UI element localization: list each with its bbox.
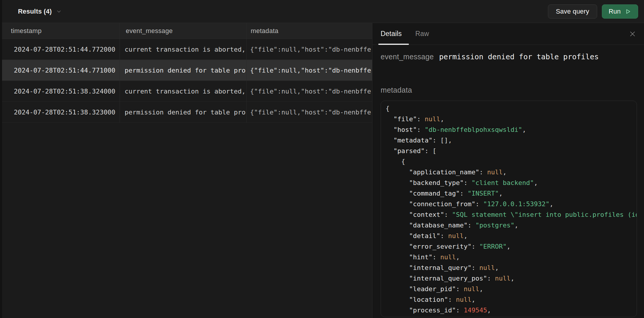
json-line: "application_name": null, xyxy=(386,167,632,178)
column-header-timestamp: timestamp xyxy=(2,23,120,39)
run-button[interactable]: Run xyxy=(602,4,638,19)
table-row[interactable]: 2024-07-28T02:51:44.772000 current trans… xyxy=(2,39,372,60)
timestamp-cell: 2024-07-28T02:51:38.324000 xyxy=(2,81,120,101)
metadata-label: metadata xyxy=(381,86,637,95)
metadata-cell: {"file":null,"host":"db-nenbffe xyxy=(247,60,372,81)
results-count-label: Results (4) xyxy=(18,8,52,15)
topbar: Results (4) Save query Run xyxy=(2,0,644,23)
json-line: "file": null, xyxy=(386,114,632,124)
json-line: "leader_pid": null, xyxy=(386,284,632,294)
json-line: { xyxy=(386,156,632,167)
metadata-json-content: { "file": null, "host": "db-nenbffeblpoh… xyxy=(381,101,637,317)
event-message-cell: permission denied for table pro xyxy=(120,102,247,122)
close-panel-button[interactable] xyxy=(628,29,638,39)
column-header-metadata: metadata xyxy=(247,23,372,39)
json-line: "query": "INSERT INTO \"users\" (\"aud\"… xyxy=(386,316,632,317)
metadata-cell: {"file":null,"host":"db-nenbffe xyxy=(247,39,372,60)
json-line: "context": "SQL statement \"insert into … xyxy=(386,209,632,220)
event-message-cell: permission denied for table pro xyxy=(120,60,247,81)
json-line: "hint": null, xyxy=(386,252,632,263)
table-header-row: timestampevent_messagemetadata xyxy=(2,23,372,39)
table-row[interactable]: 2024-07-28T02:51:44.771000 permission de… xyxy=(2,60,372,81)
chevron-down-icon xyxy=(56,9,62,14)
event-message-cell: current transaction is aborted, xyxy=(120,39,247,60)
metadata-json-box[interactable]: { "file": null, "host": "db-nenbffeblpoh… xyxy=(381,101,637,317)
json-line: "detail": null, xyxy=(386,231,632,241)
json-line: "parsed": [ xyxy=(386,146,632,156)
timestamp-cell: 2024-07-28T02:51:38.323000 xyxy=(2,102,120,122)
json-line: "process_id": 149545, xyxy=(386,305,632,316)
event-message-cell: current transaction is aborted, xyxy=(120,81,247,101)
json-line: "internal_query": null, xyxy=(386,263,632,273)
json-line: { xyxy=(386,103,632,114)
details-tabbar: Details Raw xyxy=(372,23,644,45)
json-line: "command_tag": "INSERT", xyxy=(386,188,632,199)
json-line: "location": null, xyxy=(386,294,632,305)
event-message-label: event_message xyxy=(381,53,434,61)
results-table: timestampevent_messagemetadata 2024-07-2… xyxy=(2,23,372,123)
json-line: "connection_from": "127.0.0.1:53932", xyxy=(386,199,632,209)
results-dropdown[interactable]: Results (4) xyxy=(18,8,62,15)
table-row[interactable]: 2024-07-28T02:51:38.324000 current trans… xyxy=(2,81,372,102)
save-query-button[interactable]: Save query xyxy=(548,4,597,19)
json-line: "internal_query_pos": null, xyxy=(386,273,632,284)
details-panel: Details Raw event_message permission den… xyxy=(372,23,644,318)
tab-details[interactable]: Details xyxy=(381,23,404,45)
timestamp-cell: 2024-07-28T02:51:44.772000 xyxy=(2,39,120,60)
column-header-event_message: event_message xyxy=(120,23,247,39)
table-body: 2024-07-28T02:51:44.772000 current trans… xyxy=(2,39,372,123)
table-row[interactable]: 2024-07-28T02:51:38.323000 permission de… xyxy=(2,102,372,123)
save-query-label: Save query xyxy=(556,8,589,15)
json-line: "host": "db-nenbffeblpohxsqwsldi", xyxy=(386,124,632,135)
tab-raw-label: Raw xyxy=(415,30,429,38)
metadata-cell: {"file":null,"host":"db-nenbffe xyxy=(247,81,372,101)
json-line: "metadata": [], xyxy=(386,135,632,146)
timestamp-cell: 2024-07-28T02:51:44.771000 xyxy=(2,60,120,81)
play-icon xyxy=(624,8,631,15)
tab-details-label: Details xyxy=(381,30,402,38)
run-label: Run xyxy=(609,8,621,15)
event-message-value: permission denied for table profiles xyxy=(439,53,599,61)
details-body: event_message permission denied for tabl… xyxy=(372,45,644,317)
left-edge-strip xyxy=(0,0,2,318)
json-line: "backend_type": "client backend", xyxy=(386,178,632,188)
json-line: "database_name": "postgres", xyxy=(386,220,632,231)
tab-raw[interactable]: Raw xyxy=(415,23,431,45)
json-line: "error_severity": "ERROR", xyxy=(386,241,632,252)
close-icon xyxy=(629,30,636,37)
event-message-field: event_message permission denied for tabl… xyxy=(381,53,637,63)
metadata-cell: {"file":null,"host":"db-nenbffe xyxy=(247,102,372,122)
